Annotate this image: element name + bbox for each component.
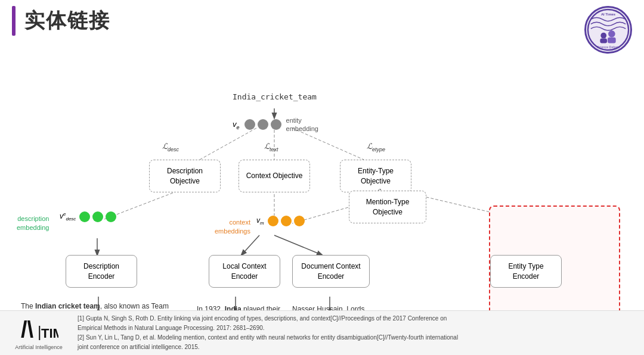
context-objective-text: Context Objective [246, 171, 303, 181]
ve-dots [244, 119, 281, 130]
vdesc-row: vedesc [60, 211, 116, 222]
ve-dot-2 [258, 119, 268, 130]
svg-line-14 [242, 235, 259, 255]
footer: /\ | TIME Artificial Intelligence [1] Gu… [0, 310, 644, 355]
vm-dot-2 [281, 216, 292, 226]
doc-context-encoder-node: Document Context Encoder [292, 255, 370, 288]
entity-embedding-label: entityembedding [286, 116, 318, 133]
vm-row: vm [256, 216, 305, 226]
footer-references: [1] Gupta N, Singh S, Roth D. Entity lin… [78, 314, 632, 352]
svg-point-2 [608, 30, 615, 38]
diagram-area: India_cricket_team ve entityembedding ℒd… [0, 42, 644, 334]
ve-dot-3 [271, 119, 281, 130]
entity-type-obj-text: Entity-Type Objective [346, 166, 405, 186]
local-context-encoder-text: Local Context Encoder [215, 261, 274, 282]
description-encoder-node: Description Encoder [66, 255, 137, 288]
svg-point-1 [600, 33, 606, 39]
vdesc-dot-1 [79, 211, 90, 222]
mention-type-obj-text: Mention-Type Objective [355, 197, 420, 217]
desc-embedding-label: descriptionembedding [17, 214, 49, 233]
entity-name-label: India_cricket_team [233, 92, 317, 101]
loss-text-label: ℒtext [264, 142, 278, 152]
header-bar [12, 6, 16, 36]
ref2: [2] Sun Y, Lin L, Tang D, et al. Modelin… [78, 333, 632, 342]
local-context-encoder-node: Local Context Encoder [209, 255, 280, 288]
text-bold-india: Indian cricket team [35, 302, 100, 310]
entity-type-encoder-node: Entity Type Encoder [490, 255, 562, 288]
ref1: [1] Gupta N, Singh S, Roth D. Entity lin… [78, 314, 632, 323]
ve-embedding-row: ve entityembedding [233, 116, 318, 133]
ref2b: joint conference on artificial intellige… [78, 342, 632, 352]
page-title: 实体链接 [24, 7, 110, 35]
vdesc-dots [79, 211, 116, 222]
doc-context-encoder-text: Document Context Encoder [299, 261, 363, 282]
svg-text:/\: /\ [21, 317, 34, 342]
svg-text:TIME: TIME [41, 326, 58, 341]
entity-type-encoder-text: Entity Type Encoder [497, 261, 555, 282]
vm-dot-3 [294, 216, 305, 226]
context-objective-node: Context Objective [239, 160, 310, 192]
vdesc-dot-3 [106, 211, 116, 222]
context-embeddings-label: contextembeddings [215, 218, 250, 236]
header: 实体链接 [0, 0, 644, 42]
ref1b: Empirical Methods in Natural Language Pr… [78, 323, 632, 333]
mention-type-objective-node: Mention-Type Objective [349, 191, 426, 223]
footer-logo-sub: Artificial Intelligence [15, 344, 63, 350]
desc-objective-text: Description Objective [156, 166, 214, 186]
description-objective-node: Description Objective [149, 160, 221, 192]
desc-encoder-text: Description Encoder [72, 261, 131, 282]
loss-etype-label: ℒetype [367, 142, 385, 152]
vm-dots [268, 216, 305, 226]
vdesc-dot-2 [92, 211, 103, 222]
svg-line-15 [274, 235, 322, 255]
footer-logo: /\ | TIME Artificial Intelligence [12, 316, 66, 350]
ve-dot-1 [244, 119, 255, 130]
vdesc-label: vedesc [60, 211, 76, 222]
svg-text:AI Times: AI Times [601, 13, 615, 16]
loss-desc-label: ℒdesc [162, 142, 179, 152]
ve-label: ve [233, 120, 240, 130]
vm-dot-1 [268, 216, 278, 226]
vm-label: vm [256, 216, 264, 226]
